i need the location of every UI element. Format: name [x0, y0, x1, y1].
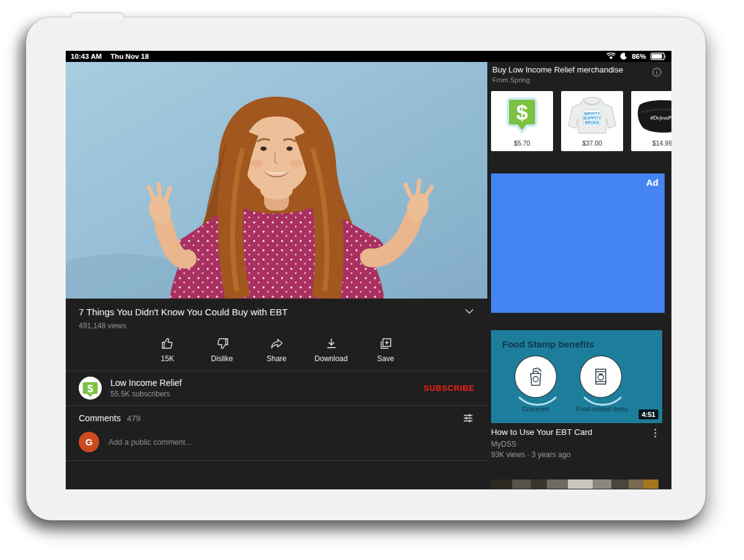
comments-header: Comments: [79, 413, 121, 423]
suggested-video-meta[interactable]: How to Use Your EBT Card MyDSS 93K views…: [491, 427, 665, 459]
channel-name[interactable]: Low Income Relief: [110, 378, 182, 388]
dislike-label: Dislike: [211, 354, 232, 363]
dollar-bubble-logo: $: [79, 377, 102, 400]
suggested-video-channel: MyDSS: [491, 440, 665, 448]
battery-percent: 86%: [632, 53, 646, 60]
merch-subtitle: From Spring: [492, 76, 669, 84]
food-items-circle: [580, 356, 621, 397]
thumbnail-label-food-items: Food-related items: [565, 406, 639, 413]
add-comment-field[interactable]: G Add a public comment...: [66, 428, 487, 460]
chevron-down-icon[interactable]: [465, 308, 474, 314]
svg-text:#DefeatPov: #DefeatPov: [650, 115, 671, 121]
hoodie-image: BIPPITY BOPPITY BROKE: [561, 94, 623, 136]
merch-price: $5.70: [491, 139, 553, 147]
thumbnail-label-groceries: Groceries: [502, 406, 569, 413]
channel-avatar[interactable]: $: [79, 377, 102, 400]
channel-subscribers: 55.5K subscribers: [110, 390, 182, 398]
info-icon[interactable]: [652, 68, 662, 77]
save-label: Save: [377, 354, 394, 363]
video-player[interactable]: [66, 62, 487, 299]
merch-shelf: $ $5.70 BIPPITY BOPPITY BROKE $37.00: [491, 91, 671, 151]
divider: [66, 460, 487, 461]
tablet-frame: 10:43 AM Thu Nov 18 86%: [26, 17, 706, 520]
ad-badge: Ad: [646, 177, 658, 188]
video-frame: [66, 62, 487, 299]
merch-price: $14.99: [631, 139, 671, 147]
video-title: 7 Things You Didn't Know You Could Buy w…: [79, 307, 460, 317]
share-button[interactable]: Share: [255, 336, 298, 363]
wifi-icon: [606, 53, 616, 60]
screen: 10:43 AM Thu Nov 18 86%: [66, 51, 671, 489]
fanny-pack-image: #DefeatPov: [631, 94, 671, 136]
like-count: 15K: [161, 354, 174, 363]
thumbnail-heading: Food Stamp benefits: [502, 339, 594, 349]
merch-price: $37.00: [561, 139, 623, 147]
download-label: Download: [314, 354, 347, 363]
duration-badge: 4:51: [639, 409, 658, 419]
battery-icon: [650, 53, 666, 60]
merch-title: Buy Low Income Relief merchandise: [492, 65, 669, 74]
sidebar: Buy Low Income Relief merchandise From S…: [490, 62, 671, 489]
dollar-sticker-image: $: [491, 94, 553, 136]
status-time: 10:43 AM: [71, 53, 102, 60]
status-bar: 10:43 AM Thu Nov 18 86%: [66, 51, 671, 62]
svg-text:BOPPITY: BOPPITY: [583, 116, 601, 120]
comments-count: 479: [127, 414, 141, 423]
thumb-down-icon: [215, 336, 229, 351]
comment-sort-icon[interactable]: [462, 412, 474, 424]
download-icon: [324, 336, 339, 351]
next-video-thumbnail-partial[interactable]: [491, 479, 658, 489]
svg-text:$: $: [516, 100, 528, 124]
view-count: 491,148 views: [66, 318, 487, 333]
suggested-video-views: 93K views · 3 years ago: [491, 450, 665, 459]
food-container-icon: [590, 365, 612, 388]
share-icon: [270, 336, 284, 351]
ad-banner[interactable]: Ad: [491, 173, 665, 313]
kebab-menu-icon[interactable]: [651, 428, 660, 438]
svg-text:BIPPITY: BIPPITY: [584, 112, 600, 116]
action-bar: 15K Dislike Share Download Save: [66, 333, 487, 370]
user-avatar[interactable]: G: [79, 432, 99, 452]
suggested-video-thumbnail[interactable]: Food Stamp benefits: [491, 330, 662, 423]
watch-column: 7 Things You Didn't Know You Could Buy w…: [66, 62, 487, 489]
status-date: Thu Nov 18: [110, 53, 149, 60]
download-button[interactable]: Download: [309, 336, 353, 363]
moon-icon: [620, 53, 627, 60]
merch-item-sticker[interactable]: $ $5.70: [491, 91, 553, 151]
suggested-video-title[interactable]: How to Use Your EBT Card: [491, 427, 665, 437]
comment-placeholder: Add a public comment...: [108, 438, 192, 447]
merch-item-fanny-pack[interactable]: #DefeatPov $14.99: [631, 91, 671, 151]
like-button[interactable]: 15K: [146, 336, 189, 363]
share-label: Share: [267, 354, 286, 363]
groceries-circle: [515, 356, 556, 397]
grocery-bag-icon: [525, 365, 547, 388]
thumb-up-icon: [161, 336, 175, 351]
subscribe-button[interactable]: SUBSCRIBE: [423, 383, 474, 393]
svg-text:$: $: [87, 383, 94, 395]
save-icon: [379, 336, 393, 351]
dislike-button[interactable]: Dislike: [200, 336, 244, 363]
svg-text:BROKE: BROKE: [585, 120, 600, 125]
merch-item-hoodie[interactable]: BIPPITY BOPPITY BROKE $37.00: [561, 91, 623, 151]
tablet-top-button: [71, 13, 124, 23]
save-button[interactable]: Save: [364, 336, 407, 363]
